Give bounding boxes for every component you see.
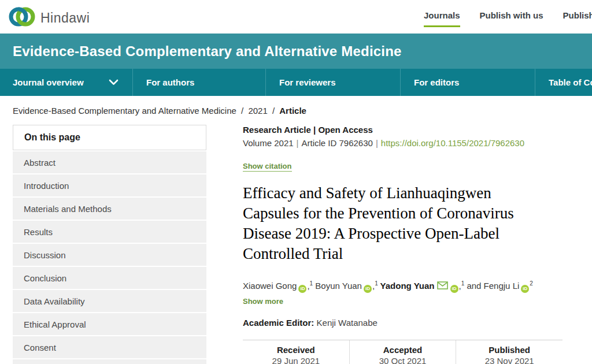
content-layout: On this page AbstractIntroductionMateria… [0,125,592,364]
author-name: Yadong Yuan [378,281,435,291]
journal-banner: Evidence-Based Complementary and Alterna… [0,34,592,69]
editor-name: Kenji Watanabe [317,318,378,328]
authors-line: Xiaowei GongiD,1 Boyun YuaniD,1 Yadong Y… [243,279,563,294]
sidebar-item-partial[interactable] [13,359,206,364]
breadcrumb-link-0[interactable]: Evidence-Based Complementary and Alterna… [13,106,236,116]
date-cell-received: Received29 Jun 2021 [243,340,350,364]
breadcrumb-separator: / [268,106,280,116]
author-name: and Fengju Li [464,281,519,291]
article-type: Research Article [243,125,311,135]
date-label: Accepted [350,345,456,355]
article-main: Research Article | Open Access Volume 20… [243,125,563,364]
date-value: 23 Nov 2021 [456,356,563,364]
open-access-label: Open Access [318,125,373,135]
meta-separator: | [373,138,381,148]
sidebar-item-consent[interactable]: Consent [13,336,206,358]
dates-table: Received29 Jun 2021Accepted30 Oct 2021Pu… [243,340,563,364]
journal-nav-label: Journal overview [13,77,84,87]
sidebar-title: On this page [13,125,206,150]
author-affiliation-sup: 2 [530,280,533,287]
top-nav-item-0[interactable]: Journals [424,10,460,27]
orcid-icon[interactable]: iD [450,285,458,293]
top-nav-item-2[interactable]: Publishing partnerships [563,10,592,27]
hindawi-logo[interactable]: Hindawi [9,4,90,32]
journal-nav-item-3[interactable]: For editors [401,69,535,96]
doi-link[interactable]: https://doi.org/10.1155/2021/7962630 [381,138,524,148]
sidebar-item-abstract[interactable]: Abstract [13,151,206,173]
date-value: 30 Oct 2021 [350,356,456,364]
journal-title: Evidence-Based Complementary and Alterna… [0,43,402,60]
sidebar-items: AbstractIntroductionMaterials and Method… [13,151,206,364]
on-this-page-sidebar: On this page AbstractIntroductionMateria… [13,125,206,364]
academic-editor-line: Academic Editor: Kenji Watanabe [243,318,563,328]
article-title: Efficacy and Safety of Lianhuaqingwen Ca… [243,183,563,264]
sidebar-item-data-availability[interactable]: Data Availability [13,290,206,312]
brand-name: Hindawi [40,10,90,26]
date-value: 29 Jun 2021 [243,356,349,364]
editor-label: Academic Editor: [243,318,314,328]
show-citation-link[interactable]: Show citation [243,162,292,172]
date-label: Published [456,345,563,355]
top-nav-item-1[interactable]: Publish with us [480,10,543,27]
author-name: Boyun Yuan [313,281,362,291]
orcid-icon[interactable]: iD [298,285,306,293]
breadcrumb-separator: / [236,106,249,116]
date-cell-published: Published23 Nov 2021 [456,340,563,364]
breadcrumb: Evidence-Based Complementary and Alterna… [13,106,592,116]
journal-nav-label: Table of Contents [549,77,592,87]
meta-separator: | [313,125,316,135]
sidebar-item-discussion[interactable]: Discussion [13,244,206,266]
sidebar-item-materials-and-methods[interactable]: Materials and Methods [13,198,206,220]
journal-nav-item-0[interactable]: Journal overview [0,69,133,96]
orcid-icon[interactable]: iD [521,285,529,293]
meta-separator: | [294,138,302,148]
journal-nav-item-1[interactable]: For authors [133,69,266,96]
orcid-icon[interactable]: iD [364,285,372,293]
sidebar-item-introduction[interactable]: Introduction [13,174,206,196]
sidebar-item-ethical-approval[interactable]: Ethical Approval [13,313,206,335]
hindawi-rings-icon [9,4,35,32]
journal-nav-label: For authors [146,77,194,87]
volume-label: Volume 2021 [243,138,294,148]
top-nav: JournalsPublish with usPublishing partne… [424,10,592,27]
chevron-down-icon [109,77,119,87]
sidebar-item-results[interactable]: Results [13,221,206,243]
article-type-line: Research Article | Open Access [243,125,563,135]
breadcrumb-current: Article [279,106,306,116]
date-cell-accepted: Accepted30 Oct 2021 [350,340,457,364]
site-header: Hindawi JournalsPublish with usPublishin… [0,0,592,34]
journal-nav-item-2[interactable]: For reviewers [266,69,401,96]
sidebar-item-conclusion[interactable]: Conclusion [13,267,206,289]
author-name: Xiaowei Gong [243,281,297,291]
date-label: Received [243,345,349,355]
show-more-link[interactable]: Show more [243,297,283,306]
journal-nav: Journal overviewFor authorsFor reviewers… [0,69,592,96]
breadcrumb-link-1[interactable]: 2021 [248,106,267,116]
article-id: Article ID 7962630 [301,138,372,148]
journal-nav-label: For editors [414,77,459,87]
journal-nav-item-4[interactable]: Table of Contents [535,69,592,96]
journal-nav-label: For reviewers [279,77,336,87]
email-envelope-icon[interactable] [437,281,448,291]
article-id-line: Volume 2021|Article ID 7962630|https://d… [243,138,563,148]
